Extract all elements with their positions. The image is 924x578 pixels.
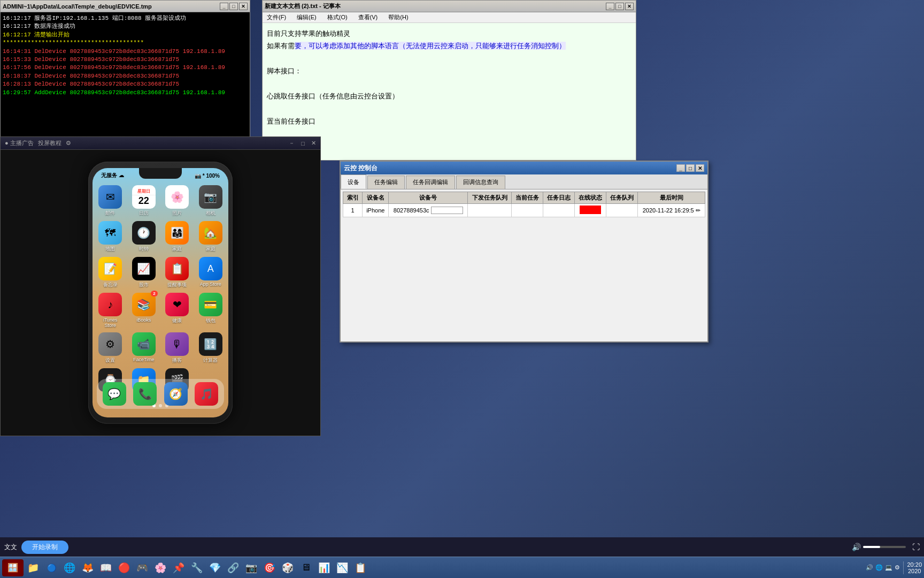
minimize-icon[interactable]: － <box>289 139 295 147</box>
table-row: 1 iPhone 8027889453c 2020-11-22 16:29:5 … <box>343 204 705 217</box>
taskbar-gear-icon[interactable]: ⚙ <box>895 564 900 571</box>
device-table: 索引 设备名 设备号 下发任务队列 当前任务 任务日志 在线状态 任务队列 最后… <box>343 192 705 217</box>
tab-devices[interactable]: 设备 <box>341 174 366 189</box>
edit-icon[interactable]: ✏ <box>696 207 700 214</box>
notepad-menu-format[interactable]: 格式(O) <box>325 13 350 21</box>
app-family[interactable]: 👨‍👩‍👧 家庭 <box>164 221 191 253</box>
app-photos[interactable]: 🌸 照片 <box>164 185 191 217</box>
notepad-minimize-button[interactable]: _ <box>606 3 614 10</box>
app-camera[interactable]: 📷 相机 <box>197 185 225 217</box>
device-id-text: 8027889453c <box>394 207 429 214</box>
terminal-line: 16:28:13 DelDevice 8027889453c972b8dec83… <box>3 80 248 88</box>
taskbar-icon-game[interactable]: 🎮 <box>134 559 151 576</box>
broadcast-label: ● 主播广告 <box>5 139 34 147</box>
taskbar-icon-target[interactable]: 🎯 <box>261 559 278 576</box>
volume-slider[interactable] <box>863 546 906 548</box>
notepad-menu-file[interactable]: 文件(F) <box>265 13 288 21</box>
app-notes[interactable]: 📝 备忘录 <box>97 257 124 288</box>
taskbar-icon-diamond[interactable]: 💎 <box>206 559 224 576</box>
notepad-close-button[interactable]: ✕ <box>625 3 634 10</box>
tab-callback-query[interactable]: 回调信息查询 <box>456 176 505 189</box>
app-wallet-label: 钱包 <box>206 317 215 324</box>
taskbar-icon-book[interactable]: 📖 <box>97 559 114 576</box>
app-mail[interactable]: ✉ 邮件 <box>97 185 124 217</box>
mirror-label[interactable]: 投屏教程 <box>38 139 61 147</box>
taskbar-icon-kde[interactable]: 🔵 <box>43 559 60 576</box>
taskbar-laptop-icon[interactable]: 💻 <box>885 564 892 571</box>
taskbar-volume-icon[interactable]: 🔊 <box>866 564 873 571</box>
dock-music[interactable]: 🎵 <box>192 382 221 406</box>
app-clock[interactable]: 🕐 时钟 <box>130 221 158 253</box>
col-device-id: 设备号 <box>389 192 468 204</box>
terminal-minimize-button[interactable]: _ <box>220 3 228 10</box>
app-reminders[interactable]: 📋 提醒事项 <box>164 257 191 288</box>
notepad-line: 心跳取任务接口（任务信息由云控台设置） <box>267 90 632 102</box>
task-queue-input[interactable] <box>431 207 463 214</box>
tab-task-edit[interactable]: 任务编辑 <box>367 176 405 189</box>
app-home[interactable]: 🏡 家庭 <box>197 221 225 253</box>
start-button[interactable]: 🪟 <box>2 559 24 576</box>
dock-messages[interactable]: 💬 <box>100 382 129 406</box>
record-button[interactable]: 开始录制 <box>21 541 68 554</box>
col-current-task: 当前任务 <box>512 192 543 204</box>
taskbar-icon-petal[interactable]: 🌸 <box>152 559 169 576</box>
taskbar-icon-red[interactable]: 🔴 <box>116 559 133 576</box>
app-stocks-icon: 📈 <box>132 257 156 280</box>
taskbar-icon-clip[interactable]: 📋 <box>352 559 369 576</box>
app-podcasts[interactable]: 🎙 播客 <box>164 332 191 364</box>
cp-close-button[interactable]: ✕ <box>696 164 704 172</box>
terminal-content: 16:12:17 服务器IP:192.168.1.135 端口:8088 服务器… <box>1 12 250 139</box>
app-stocks-label: 股市 <box>139 282 149 288</box>
app-ibooks[interactable]: 📚 2 iBooks <box>130 293 158 328</box>
terminal-window-buttons: _ □ ✕ <box>220 3 248 10</box>
app-settings-label: 设置 <box>105 357 115 364</box>
notepad-menu-view[interactable]: 查看(V) <box>356 13 380 21</box>
close-icon[interactable]: ✕ <box>311 140 316 147</box>
notepad-maximize-button[interactable]: □ <box>615 3 624 10</box>
control-panel-content: 索引 设备名 设备号 下发任务队列 当前任务 任务日志 在线状态 任务队列 最后… <box>341 189 707 219</box>
status-indicator-red <box>580 206 601 214</box>
terminal-line: 16:29:57 AddDevice 8027889453c972b8dec83… <box>3 89 248 97</box>
terminal-line: 16:18:37 DelDevice 8027889453c972b8dec83… <box>3 72 248 80</box>
taskbar-icon-dice[interactable]: 🎲 <box>279 559 296 576</box>
taskbar-icon-firefox[interactable]: 🦊 <box>79 559 96 576</box>
fullscreen-icon[interactable]: ⛶ <box>912 543 920 551</box>
notepad-line <box>267 52 632 65</box>
terminal-title: ADMINI~1\AppData\Local\Temp\e_debug\EDVI… <box>3 3 220 10</box>
app-itunes[interactable]: ♪ iTunes Store <box>97 293 124 328</box>
cp-restore-button[interactable]: □ <box>686 164 695 172</box>
app-settings[interactable]: ⚙ 设置 <box>97 332 124 364</box>
app-appstore[interactable]: A App Store <box>197 257 225 288</box>
taskbar-icon-camera[interactable]: 📷 <box>243 559 260 576</box>
app-facetime[interactable]: 📹 FaceTime <box>130 332 158 364</box>
app-maps[interactable]: 🗺 地图 <box>97 221 124 253</box>
app-calendar[interactable]: 星期日 22 日历 <box>130 185 158 217</box>
taskbar-icon-monitor[interactable]: 🖥 <box>297 559 314 576</box>
notepad-line: 如果有需要，可以考虑添加其他的脚本语言（无法使用云控来启动，只能够来进行任务消知… <box>267 40 632 52</box>
taskbar-icon-chart2[interactable]: 📉 <box>334 559 351 576</box>
terminal-maximize-button[interactable]: □ <box>229 3 238 10</box>
taskbar-icon-folder[interactable]: 📁 <box>25 559 42 576</box>
notepad-menu-help[interactable]: 帮助(H) <box>386 13 410 21</box>
taskbar-icon-tool[interactable]: 🔧 <box>188 559 205 576</box>
settings-icon[interactable]: ⚙ <box>66 140 71 147</box>
taskbar-icon-link[interactable]: 🔗 <box>225 559 242 576</box>
app-podcasts-icon: 🎙 <box>165 332 189 356</box>
taskbar-icon-pin[interactable]: 📌 <box>170 559 187 576</box>
taskbar-network-icon[interactable]: 🌐 <box>875 564 883 571</box>
tab-task-callback[interactable]: 任务回调编辑 <box>406 176 455 189</box>
dock-phone[interactable]: 📞 <box>131 382 160 406</box>
maximize-icon[interactable]: □ <box>301 140 305 147</box>
app-health[interactable]: ❤ 健康 <box>164 293 191 328</box>
cp-minimize-button[interactable]: _ <box>676 164 685 172</box>
terminal-line: **************************************** <box>3 39 248 47</box>
taskbar-icon-chrome[interactable]: 🌐 <box>61 559 78 576</box>
app-stocks[interactable]: 📈 股市 <box>130 257 158 288</box>
taskbar-icon-chart[interactable]: 📊 <box>315 559 333 576</box>
app-health-label: 健康 <box>172 317 182 324</box>
dock-safari[interactable]: 🧭 <box>161 382 190 406</box>
app-calculator[interactable]: 🔢 计算器 <box>197 332 225 364</box>
terminal-close-button[interactable]: ✕ <box>239 3 248 10</box>
notepad-menu-edit[interactable]: 编辑(E) <box>295 13 319 21</box>
app-wallet[interactable]: 💳 钱包 <box>197 293 225 328</box>
